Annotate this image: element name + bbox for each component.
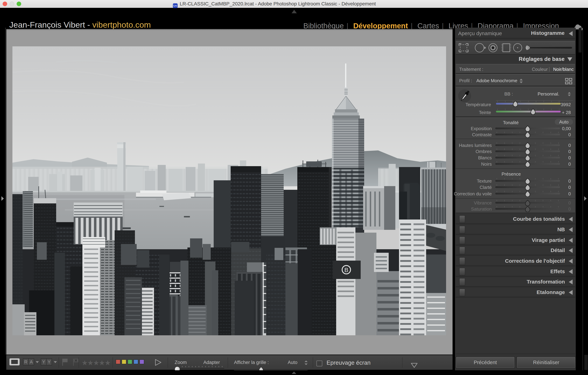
svg-text:B: B bbox=[344, 267, 348, 273]
